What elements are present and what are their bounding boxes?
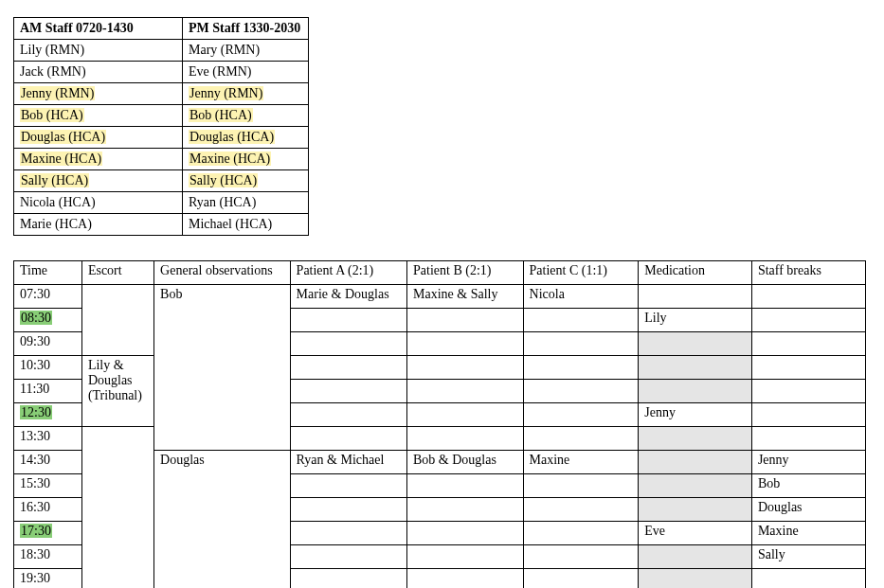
patient-a-cell xyxy=(290,403,406,427)
patient-a-cell xyxy=(290,474,406,498)
staff-header-row: AM Staff 0720-1430 PM Staff 1330-2030 xyxy=(14,18,309,40)
time-cell: 10:30 xyxy=(14,356,82,380)
patient-b-cell xyxy=(407,403,524,427)
medication-cell: Eve xyxy=(639,522,752,545)
staff-row: Jack (RMN) Eve (RMN) xyxy=(14,62,309,83)
patient-a-cell: Ryan & Michael xyxy=(290,451,406,474)
am-header: AM Staff 0720-1430 xyxy=(14,18,183,40)
patient-b-cell xyxy=(407,332,524,356)
break-cell xyxy=(751,332,865,356)
time-cell: 16:30 xyxy=(14,498,82,522)
break-cell xyxy=(751,569,865,589)
break-cell xyxy=(751,427,865,451)
am-cell: Nicola (HCA) xyxy=(14,192,183,214)
patient-a-cell: Marie & Douglas xyxy=(290,285,406,309)
break-cell: Maxine xyxy=(751,522,865,545)
patient-c-cell xyxy=(523,569,639,589)
patient-a-cell xyxy=(290,380,406,403)
medication-cell xyxy=(639,380,752,403)
patient-c-cell xyxy=(523,545,639,569)
patient-a-cell xyxy=(290,356,406,380)
medication-cell xyxy=(639,427,752,451)
patient-c-cell xyxy=(523,498,639,522)
staff-table: AM Staff 0720-1430 PM Staff 1330-2030 Li… xyxy=(13,17,309,236)
time-cell: 11:30 xyxy=(14,380,82,403)
medication-cell xyxy=(639,545,752,569)
patient-c-cell xyxy=(523,403,639,427)
patient-b-cell: Bob & Douglas xyxy=(407,451,524,474)
patient-a-cell xyxy=(290,498,406,522)
staff-row: Jenny (RMN) Jenny (RMN) xyxy=(14,83,309,105)
patient-a-cell xyxy=(290,569,406,589)
pm-cell: Douglas (HCA) xyxy=(183,127,309,149)
patient-c-cell: Nicola xyxy=(523,285,639,309)
pm-cell: Mary (RMN) xyxy=(183,40,309,62)
pm-cell: Jenny (RMN) xyxy=(183,83,309,105)
patient-b-cell xyxy=(407,522,524,545)
schedule-row: 07:30 Bob Marie & Douglas Maxine & Sally… xyxy=(14,285,866,309)
col-patient-c: Patient C (1:1) xyxy=(523,261,639,285)
break-cell xyxy=(751,380,865,403)
patient-a-cell xyxy=(290,309,406,332)
patient-c-cell xyxy=(523,380,639,403)
break-cell: Douglas xyxy=(751,498,865,522)
pm-cell: Bob (HCA) xyxy=(183,105,309,127)
break-cell: Bob xyxy=(751,474,865,498)
patient-c-cell xyxy=(523,427,639,451)
time-cell: 19:30 xyxy=(14,569,82,589)
escort-cell: Lily & Douglas (Tribunal) xyxy=(81,356,153,427)
col-breaks: Staff breaks xyxy=(751,261,865,285)
staff-row: Lily (RMN) Mary (RMN) xyxy=(14,40,309,62)
break-cell: Jenny xyxy=(751,451,865,474)
col-time: Time xyxy=(14,261,82,285)
staff-row: Marie (HCA) Michael (HCA) xyxy=(14,214,309,236)
escort-cell-blank xyxy=(81,427,153,589)
break-cell xyxy=(751,356,865,380)
patient-a-cell xyxy=(290,522,406,545)
time-cell: 13:30 xyxy=(14,427,82,451)
patient-b-cell: Maxine & Sally xyxy=(407,285,524,309)
patient-b-cell xyxy=(407,380,524,403)
schedule-table: Time Escort General observations Patient… xyxy=(13,260,866,588)
col-patient-a: Patient A (2:1) xyxy=(290,261,406,285)
schedule-header-row: Time Escort General observations Patient… xyxy=(14,261,866,285)
medication-cell xyxy=(639,451,752,474)
am-cell: Douglas (HCA) xyxy=(14,127,183,149)
pm-cell: Maxine (HCA) xyxy=(183,149,309,170)
patient-c-cell xyxy=(523,522,639,545)
time-cell: 15:30 xyxy=(14,474,82,498)
patient-a-cell xyxy=(290,427,406,451)
patient-b-cell xyxy=(407,356,524,380)
am-cell: Jack (RMN) xyxy=(14,62,183,83)
medication-cell xyxy=(639,498,752,522)
am-cell: Maxine (HCA) xyxy=(14,149,183,170)
medication-cell xyxy=(639,569,752,589)
medication-cell xyxy=(639,356,752,380)
medication-cell xyxy=(639,332,752,356)
patient-a-cell xyxy=(290,545,406,569)
staff-row: Bob (HCA) Bob (HCA) xyxy=(14,105,309,127)
medication-cell: Lily xyxy=(639,309,752,332)
break-cell xyxy=(751,403,865,427)
staff-row: Nicola (HCA) Ryan (HCA) xyxy=(14,192,309,214)
break-cell xyxy=(751,309,865,332)
col-general: General observations xyxy=(154,261,291,285)
time-cell: 07:30 xyxy=(14,285,82,309)
patient-c-cell xyxy=(523,356,639,380)
patient-c-cell xyxy=(523,474,639,498)
time-cell: 12:30 xyxy=(14,403,82,427)
schedule-row: 13:30 xyxy=(14,427,866,451)
col-medication: Medication xyxy=(639,261,752,285)
patient-c-cell xyxy=(523,309,639,332)
patient-b-cell xyxy=(407,309,524,332)
pm-cell: Ryan (HCA) xyxy=(183,192,309,214)
patient-b-cell xyxy=(407,498,524,522)
patient-b-cell xyxy=(407,427,524,451)
pm-cell: Eve (RMN) xyxy=(183,62,309,83)
staff-row: Douglas (HCA) Douglas (HCA) xyxy=(14,127,309,149)
break-cell: Sally xyxy=(751,545,865,569)
medication-cell xyxy=(639,474,752,498)
pm-header: PM Staff 1330-2030 xyxy=(183,18,309,40)
col-patient-b: Patient B (2:1) xyxy=(407,261,524,285)
escort-cell-blank xyxy=(81,285,153,356)
